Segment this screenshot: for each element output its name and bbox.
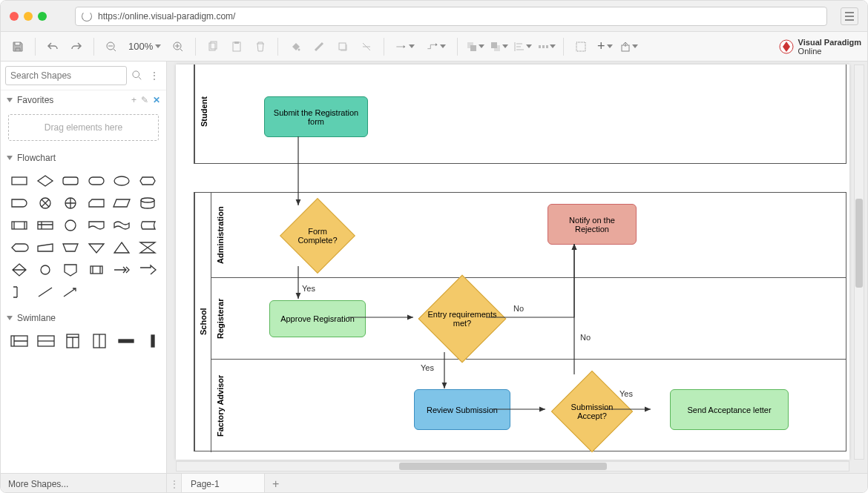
node-notify-reject[interactable]: Notify on the Rejection bbox=[548, 204, 637, 245]
shape-annotation[interactable] bbox=[8, 283, 31, 301]
shape-collate[interactable] bbox=[137, 239, 160, 257]
shape-ellipse[interactable] bbox=[111, 172, 134, 190]
shape-manual-op[interactable] bbox=[59, 239, 82, 257]
distribute-button[interactable] bbox=[535, 36, 557, 58]
shape-manual-input[interactable] bbox=[34, 239, 57, 257]
lane-student[interactable]: Student bbox=[194, 64, 212, 163]
shape-database[interactable] bbox=[137, 194, 160, 212]
lane-registerar[interactable]: Registerar bbox=[211, 278, 228, 359]
search-icon[interactable] bbox=[130, 68, 145, 83]
shape-extract[interactable] bbox=[111, 239, 134, 257]
shape-terminator[interactable] bbox=[85, 172, 108, 190]
lane-school[interactable]: School bbox=[194, 193, 211, 451]
shape-hpool[interactable] bbox=[10, 334, 29, 351]
shape-summing[interactable] bbox=[34, 194, 57, 212]
delete-button[interactable] bbox=[249, 36, 272, 58]
shape-decision[interactable] bbox=[34, 172, 57, 190]
shape-vlane[interactable] bbox=[90, 334, 109, 351]
shape-offpage[interactable] bbox=[59, 261, 82, 279]
undo-button[interactable] bbox=[42, 36, 64, 58]
flowchart-section[interactable]: Flowchart bbox=[1, 148, 166, 168]
node-entry-req[interactable]: Entry requirements met? bbox=[418, 274, 507, 363]
add-page-button[interactable]: + bbox=[265, 474, 287, 493]
shape-stored[interactable] bbox=[137, 216, 160, 234]
more-icon[interactable]: ⋮ bbox=[148, 68, 162, 83]
fill-button[interactable] bbox=[284, 36, 306, 58]
node-submit[interactable]: Submit the Registration form bbox=[264, 96, 368, 137]
add-favorite-icon[interactable]: + bbox=[131, 95, 137, 105]
zoom-out-button[interactable] bbox=[100, 36, 122, 58]
node-form-complete[interactable]: Form Complete? bbox=[280, 199, 355, 273]
canvas[interactable]: Student Submit the Registration form Sch… bbox=[176, 64, 849, 460]
shape-process[interactable] bbox=[8, 172, 31, 190]
zoom-in-button[interactable] bbox=[167, 36, 189, 58]
stroke-button[interactable] bbox=[308, 36, 330, 58]
edit-favorite-icon[interactable]: ✎ bbox=[141, 95, 148, 105]
shape-hlane[interactable] bbox=[36, 334, 56, 351]
save-button[interactable] bbox=[7, 36, 29, 58]
horizontal-scrollbar[interactable] bbox=[176, 461, 849, 472]
menu-icon[interactable] bbox=[841, 7, 858, 25]
tab-handle-icon[interactable]: ⋮ bbox=[167, 474, 182, 493]
redo-button[interactable] bbox=[65, 36, 88, 58]
close-favorites-icon[interactable]: ✕ bbox=[153, 95, 160, 105]
shape-internal[interactable] bbox=[34, 216, 57, 234]
window-controls[interactable] bbox=[10, 12, 47, 21]
shape-connector[interactable] bbox=[34, 261, 57, 279]
shape-vbar[interactable] bbox=[143, 334, 162, 351]
search-input[interactable] bbox=[5, 66, 127, 85]
connector-button[interactable] bbox=[390, 36, 420, 58]
shape-merge[interactable] bbox=[85, 239, 108, 257]
shape-line[interactable] bbox=[34, 283, 57, 301]
minimize-window-icon[interactable] bbox=[24, 12, 33, 21]
school-pool[interactable]: School Administration Form Complete? Not… bbox=[194, 192, 846, 451]
shape-display[interactable] bbox=[8, 239, 31, 257]
vertical-scrollbar[interactable] bbox=[854, 64, 864, 460]
swimlane-section[interactable]: Swimlane bbox=[1, 308, 166, 328]
export-button[interactable] bbox=[617, 36, 640, 58]
node-approve[interactable]: Approve Regisration bbox=[269, 300, 366, 337]
shadow-button[interactable] bbox=[332, 36, 354, 58]
shape-hbar[interactable] bbox=[116, 334, 136, 351]
url-bar[interactable]: https://online.visual-paradigm.com/ bbox=[75, 7, 827, 26]
shape-delay[interactable] bbox=[8, 194, 31, 212]
shape-document[interactable] bbox=[85, 216, 108, 234]
shape-arrow[interactable] bbox=[137, 261, 160, 279]
waypoint-button[interactable] bbox=[421, 36, 451, 58]
lane-administration[interactable]: Administration bbox=[211, 193, 228, 277]
shape-card[interactable] bbox=[85, 194, 108, 212]
more-shapes-link[interactable]: More Shapes... bbox=[1, 474, 167, 493]
maximize-window-icon[interactable] bbox=[38, 12, 47, 21]
shape-transfer[interactable] bbox=[111, 261, 134, 279]
copy-button[interactable] bbox=[202, 36, 224, 58]
shape-loop[interactable] bbox=[85, 261, 108, 279]
back-button[interactable] bbox=[487, 36, 510, 58]
shape-sort[interactable] bbox=[8, 261, 31, 279]
shape-circle[interactable] bbox=[59, 216, 82, 234]
style-button[interactable] bbox=[355, 36, 378, 58]
zoom-level[interactable]: 100% bbox=[125, 41, 164, 52]
grid-button[interactable] bbox=[570, 36, 592, 58]
favorites-section[interactable]: Favorites +✎✕ bbox=[1, 90, 166, 110]
node-review[interactable]: Review Submission bbox=[414, 389, 510, 430]
add-button[interactable]: + bbox=[594, 36, 616, 58]
close-window-icon[interactable] bbox=[10, 12, 19, 21]
align-button[interactable] bbox=[511, 36, 533, 58]
shape-data[interactable] bbox=[111, 194, 134, 212]
page-tab[interactable]: Page-1 bbox=[182, 474, 265, 493]
student-pool[interactable]: Student Submit the Registration form bbox=[194, 64, 846, 164]
favorites-dropzone[interactable]: Drag elements here bbox=[8, 114, 159, 141]
shape-predefined[interactable] bbox=[8, 216, 31, 234]
node-send-accept[interactable]: Send Acceptance letter bbox=[670, 389, 789, 430]
shape-arrow-line[interactable] bbox=[59, 283, 82, 301]
shape-rounded[interactable] bbox=[59, 172, 82, 190]
reload-icon[interactable] bbox=[82, 11, 92, 21]
lane-factory-advisor[interactable]: Factory Advisor bbox=[211, 360, 228, 452]
node-submission-accept[interactable]: Submission Accept? bbox=[551, 371, 633, 452]
front-button[interactable] bbox=[464, 36, 486, 58]
shape-vpool[interactable] bbox=[63, 334, 82, 351]
shape-tape[interactable] bbox=[111, 216, 134, 234]
shape-or[interactable] bbox=[59, 194, 82, 212]
paste-button[interactable] bbox=[226, 36, 248, 58]
shape-hexagon[interactable] bbox=[137, 172, 160, 190]
